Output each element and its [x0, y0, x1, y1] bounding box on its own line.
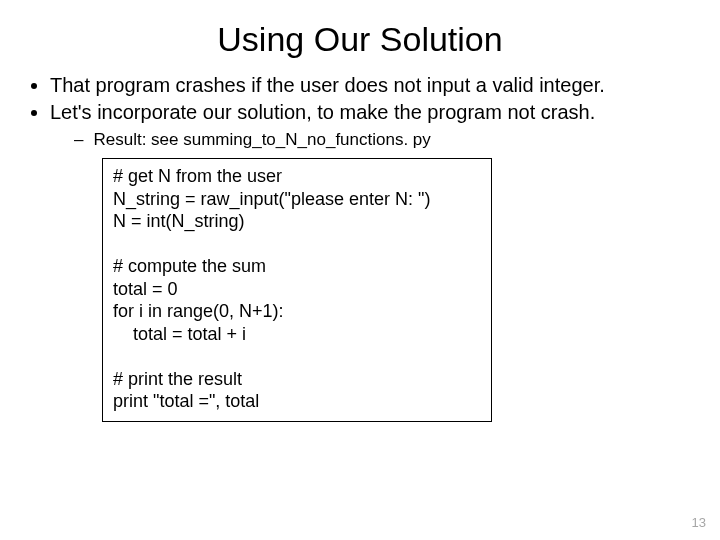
bullet-list: That program crashes if the user does no…: [24, 73, 696, 150]
slide: Using Our Solution That program crashes …: [0, 0, 720, 540]
sub-bullet-list: Result: see summing_to_N_no_functions. p…: [50, 129, 696, 150]
page-number: 13: [692, 515, 706, 530]
bullet-item-1: That program crashes if the user does no…: [50, 73, 696, 98]
bullet-item-2-text: Let's incorporate our solution, to make …: [50, 101, 595, 123]
sub-bullet-1: Result: see summing_to_N_no_functions. p…: [74, 129, 696, 150]
bullet-item-2: Let's incorporate our solution, to make …: [50, 100, 696, 150]
code-block: # get N from the user N_string = raw_inp…: [102, 158, 492, 422]
slide-title: Using Our Solution: [24, 20, 696, 59]
